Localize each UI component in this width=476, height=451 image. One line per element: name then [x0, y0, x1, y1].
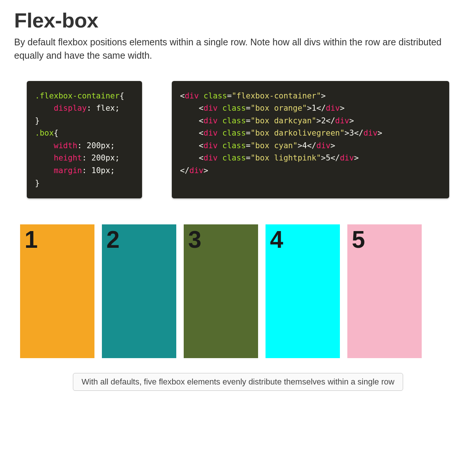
- flexbox-demo-container: 1 2 3 4 5: [14, 221, 462, 362]
- figure-caption: With all defaults, five flexbox elements…: [73, 373, 403, 391]
- css-val: 200px: [91, 153, 115, 162]
- brace: {: [120, 91, 125, 100]
- code-row: .flexbox-container{ display: flex; } .bo…: [14, 81, 462, 199]
- css-selector: .box: [35, 129, 54, 137]
- css-code-block: .flexbox-container{ display: flex; } .bo…: [27, 81, 142, 199]
- box-darkcyan: 2: [102, 224, 176, 358]
- css-val: flex: [96, 104, 115, 113]
- brace: }: [35, 116, 40, 125]
- css-selector: .flexbox-container: [35, 91, 120, 100]
- caption-row: With all defaults, five flexbox elements…: [14, 373, 462, 391]
- brace: }: [35, 179, 40, 188]
- box-darkolivegreen: 3: [184, 224, 258, 358]
- tag: div: [185, 91, 199, 100]
- page-title: Flex-box: [14, 8, 462, 32]
- attr: class: [203, 91, 227, 100]
- css-val: 10px: [91, 166, 110, 175]
- box-lightpink: 5: [347, 224, 422, 358]
- css-prop: height: [54, 153, 82, 162]
- box-cyan: 4: [266, 224, 340, 358]
- page-description: By default flexbox positions elements wi…: [14, 35, 462, 62]
- css-prop: margin: [54, 166, 82, 175]
- box-orange: 1: [20, 224, 94, 358]
- html-code-block: <div class="flexbox-container"> <div cla…: [172, 81, 449, 199]
- css-val: 200px: [87, 141, 110, 150]
- brace: {: [54, 129, 59, 137]
- attr-val: "flexbox-container": [232, 91, 321, 100]
- css-prop: width: [54, 141, 77, 150]
- css-prop: display: [54, 104, 87, 113]
